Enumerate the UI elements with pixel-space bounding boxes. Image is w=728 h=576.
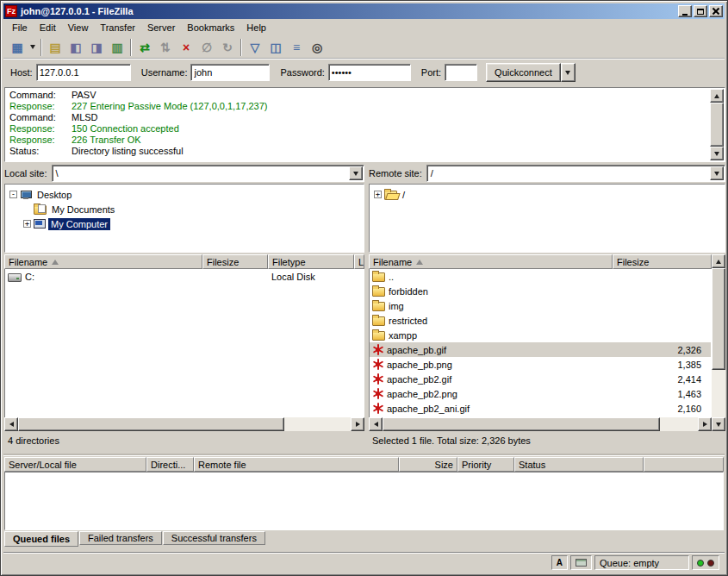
column-header-l[interactable]: L (354, 254, 364, 269)
tab-queued-files[interactable]: Queued files (4, 531, 78, 547)
column-header-status[interactable]: Status (514, 457, 644, 472)
message-log-toggle-button[interactable]: ▤ (45, 38, 65, 57)
quickconnect-button[interactable]: Quickconnect (486, 63, 561, 82)
tree-expander-minus[interactable]: - (9, 191, 17, 198)
log-line-text: 226 Transfer OK (72, 135, 141, 145)
close-button[interactable] (709, 5, 723, 17)
sync-browse-button[interactable]: ≡ (286, 38, 307, 57)
minimize-button[interactable] (678, 5, 692, 17)
disconnect-button[interactable]: ∅ (196, 38, 217, 57)
scroll-right-button[interactable] (351, 417, 364, 431)
file-name: apache_pb2.png (387, 389, 457, 399)
horizontal-splitter[interactable] (3, 450, 725, 456)
column-header-size[interactable]: Size (399, 457, 457, 472)
column-header-remote-file[interactable]: Remote file (194, 457, 399, 472)
file-row-item[interactable]: .. (370, 269, 711, 284)
port-input[interactable] (445, 64, 477, 81)
message-log: Command:PASVResponse:227 Entering Passiv… (4, 87, 725, 162)
file-row-forbidden[interactable]: forbidden (370, 284, 711, 298)
local-files-hscrollbar[interactable] (4, 417, 364, 431)
tree-item-my-documents[interactable]: My Documents (5, 202, 364, 216)
remote-tree-toggle-button[interactable]: ◨ (86, 38, 107, 57)
username-input[interactable] (190, 64, 270, 81)
file-row-apache-pb2-png[interactable]: apache_pb2.png1,463 (370, 386, 711, 401)
column-header-priority[interactable]: Priority (457, 457, 514, 472)
file-row-img[interactable]: img (370, 298, 711, 313)
log-scrollbar[interactable] (710, 89, 724, 160)
file-row-restricted[interactable]: restricted (370, 313, 711, 328)
refresh-button[interactable]: ⇄ (134, 38, 155, 57)
scroll-left-button[interactable] (4, 417, 18, 431)
menu-item-server[interactable]: Server (141, 20, 181, 35)
quickconnect-dropdown-button[interactable] (561, 63, 576, 82)
column-header-filetype[interactable]: Filetype (268, 254, 354, 269)
scroll-track[interactable] (383, 417, 698, 431)
tab-successful-transfers[interactable]: Successful transfers (163, 531, 265, 545)
cancel-transfer-button[interactable]: × (176, 38, 196, 57)
menu-item-file[interactable]: File (6, 20, 34, 35)
scroll-down-button[interactable] (712, 417, 725, 431)
file-row-c[interactable]: C:Local Disk (5, 269, 364, 284)
menu-item-transfer[interactable]: Transfer (94, 20, 141, 35)
scroll-track[interactable] (18, 417, 351, 431)
compare-button[interactable]: ◫ (265, 38, 286, 57)
tree-expander-plus[interactable]: + (23, 220, 31, 228)
menu-item-help[interactable]: Help (240, 20, 272, 35)
scroll-down-button[interactable] (710, 147, 724, 160)
scroll-thumb[interactable] (710, 103, 724, 147)
folder-icon (372, 331, 385, 341)
site-manager-dropdown-button[interactable] (28, 38, 38, 57)
scroll-left-button[interactable] (369, 417, 383, 431)
tree-item-label: Desktop (34, 189, 74, 201)
file-name-cell: xampp (370, 328, 613, 342)
maximize-button[interactable] (694, 5, 707, 17)
scroll-thumb[interactable] (18, 417, 284, 431)
reconnect-button[interactable]: ↻ (217, 38, 238, 57)
scroll-thumb[interactable] (383, 417, 660, 431)
column-header-server-local-file[interactable]: Server/Local file (4, 457, 146, 472)
find-button[interactable]: ◎ (307, 38, 327, 57)
remote-site-dropdown-button[interactable] (710, 166, 724, 180)
menu-item-bookmarks[interactable]: Bookmarks (181, 20, 240, 35)
file-name: apache_pb2_ani.gif (387, 404, 470, 414)
password-input[interactable] (328, 64, 411, 81)
arrow-down-icon (714, 152, 719, 156)
column-header-directi[interactable]: Directi... (146, 457, 194, 472)
scroll-right-button[interactable] (698, 417, 712, 431)
file-row-apache-pb2-gif[interactable]: apache_pb2.gif2,414 (370, 372, 711, 386)
queue-toggle-button[interactable]: ▥ (107, 38, 128, 57)
tab-failed-transfers[interactable]: Failed transfers (79, 531, 162, 545)
tree-item-desktop[interactable]: -Desktop (5, 187, 364, 202)
tree-item-item[interactable]: +/ (370, 187, 725, 202)
tree-expander-plus[interactable]: + (374, 191, 382, 198)
file-row-xampp[interactable]: xampp (370, 328, 711, 342)
remote-files-hscrollbar[interactable] (369, 417, 712, 431)
local-site-combo[interactable]: \ (52, 165, 364, 182)
filter-button[interactable]: ▽ (245, 38, 265, 57)
local-tree-toggle-button[interactable]: ◧ (65, 38, 86, 57)
scroll-thumb[interactable] (712, 268, 725, 370)
remote-site-combo[interactable]: / (426, 165, 725, 182)
menu-item-edit[interactable]: Edit (34, 20, 62, 35)
local-site-dropdown-button[interactable] (349, 166, 363, 180)
tree-item-my-computer[interactable]: +My Computer (5, 216, 364, 231)
column-header-filesize[interactable]: Filesize (613, 254, 712, 269)
column-header-filename[interactable]: Filename (369, 254, 613, 269)
scroll-up-button[interactable] (710, 89, 724, 103)
host-input[interactable] (36, 64, 131, 81)
menu-item-view[interactable]: View (62, 20, 95, 35)
scroll-track[interactable] (712, 268, 725, 417)
site-manager-button[interactable]: ▦ (7, 38, 28, 57)
column-header-filesize[interactable]: Filesize (202, 254, 268, 269)
column-header-filename[interactable]: Filename (4, 254, 202, 269)
remote-files-scrollbar[interactable] (712, 254, 725, 431)
process-queue-button[interactable]: ⇅ (155, 38, 176, 57)
remote-status-text: Selected 1 file. Total size: 2,326 bytes (372, 433, 531, 448)
scroll-up-button[interactable] (712, 254, 725, 268)
file-row-apache-pb-png[interactable]: apache_pb.png1,385 (370, 357, 711, 372)
file-row-apache-pb-gif[interactable]: apache_pb.gif2,326 (370, 342, 711, 357)
file-row-apache-pb2-ani-gif[interactable]: apache_pb2_ani.gif2,160 (370, 401, 711, 416)
folder-open-icon (384, 191, 397, 200)
scroll-track[interactable] (710, 103, 724, 147)
title-bar[interactable]: Fz john@127.0.0.1 - FileZilla (3, 3, 725, 19)
